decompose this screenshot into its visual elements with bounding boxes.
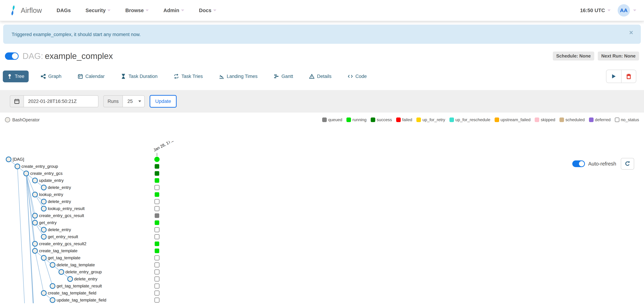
tab-label: Calendar: [86, 74, 105, 79]
operator-legend-item: BashOperator: [5, 117, 40, 122]
task-node-get_entry[interactable]: [32, 220, 38, 225]
tab-graph[interactable]: Graph: [36, 71, 66, 82]
tab-details[interactable]: Details: [305, 71, 336, 82]
task-node-[DAG][interactable]: [6, 157, 11, 162]
task-label-delete_entry: delete_entry: [48, 199, 71, 204]
landing-icon: [219, 74, 224, 79]
task-label-lookup_entry: lookup_entry: [39, 192, 63, 197]
calendar-icon: [14, 99, 20, 104]
task-status-no_status[interactable]: [155, 234, 159, 239]
task-status-running[interactable]: [155, 241, 159, 246]
tab-code[interactable]: Code: [344, 71, 371, 82]
tab-label: Task Duration: [128, 74, 158, 79]
status-legend-item-running: running: [346, 117, 366, 122]
nav-item-admin[interactable]: Admin: [164, 8, 184, 13]
task-node-lookup_entry[interactable]: [32, 192, 38, 197]
base-date-input[interactable]: [24, 95, 98, 107]
task-status-running[interactable]: [155, 248, 159, 253]
task-status-no_status[interactable]: [155, 206, 159, 211]
task-status-running[interactable]: [155, 220, 159, 225]
task-status-no_status[interactable]: [155, 284, 159, 288]
task-node-delete_entry_group[interactable]: [59, 269, 64, 274]
task-status-no_status[interactable]: [155, 298, 159, 302]
status-legend-label: no_status: [621, 117, 639, 122]
task-node-get_tag_template[interactable]: [41, 255, 46, 260]
task-node-create_tag_template[interactable]: [32, 248, 38, 253]
tree-pin-icon: [7, 74, 12, 79]
nav-item-label: Browse: [125, 8, 144, 13]
dag-run-status-running[interactable]: [154, 157, 160, 162]
task-node-delete_tag_template[interactable]: [50, 262, 55, 267]
nav-item-docs[interactable]: Docs: [199, 8, 216, 13]
navbar: Airflow DAGsSecurityBrowseAdminDocs 16:5…: [0, 0, 644, 21]
task-node-delete_entry[interactable]: [41, 185, 46, 190]
dag-actions: [606, 70, 636, 83]
status-swatch: [371, 118, 375, 122]
num-runs-select[interactable]: 25: [123, 95, 145, 107]
hourglass-icon: [121, 74, 126, 79]
tab-tree[interactable]: Tree: [3, 71, 29, 82]
dag-id: example_complex: [45, 51, 113, 61]
task-status-no_status[interactable]: [155, 291, 159, 295]
run-date-header: Jan 28, 17:50: [152, 141, 176, 152]
tab-gantt[interactable]: Gantt: [270, 71, 297, 82]
tab-calendar[interactable]: Calendar: [74, 71, 109, 82]
task-node-get_entry_result[interactable]: [41, 234, 46, 239]
tab-task-tries[interactable]: Task Tries: [170, 71, 207, 82]
task-status-no_status[interactable]: [155, 255, 159, 260]
tab-landing-times[interactable]: Landing Times: [215, 71, 262, 82]
update-button[interactable]: Update: [150, 95, 177, 108]
task-node-delete_entry[interactable]: [68, 276, 72, 281]
task-node-create_entry_group[interactable]: [15, 164, 20, 169]
task-node-update_entry[interactable]: [32, 178, 38, 183]
nav-item-browse[interactable]: Browse: [125, 8, 149, 13]
task-label-delete_entry: delete_entry: [48, 185, 71, 190]
task-node-update_tag_template_field[interactable]: [50, 298, 55, 302]
task-node-create_entry_gcs_result2[interactable]: [32, 241, 38, 246]
task-status-success[interactable]: [155, 171, 159, 176]
nav-item-security[interactable]: Security: [86, 8, 110, 13]
task-label-delete_entry: delete_entry: [74, 276, 97, 281]
dag-pause-toggle[interactable]: [5, 53, 19, 60]
num-runs-value: 25: [128, 99, 133, 104]
delete-dag-button[interactable]: [621, 70, 636, 83]
tree-link: [18, 166, 26, 303]
tab-label: Tree: [15, 74, 24, 79]
status-legend-item-no_status: no_status: [615, 117, 639, 122]
trigger-dag-button[interactable]: [606, 70, 621, 83]
page-title: DAG:example_complex: [22, 51, 113, 61]
date-picker-button[interactable]: [10, 95, 24, 107]
clock-dropdown[interactable]: 16:50 UTC: [580, 8, 610, 13]
task-status-no_status[interactable]: [155, 270, 159, 274]
auto-refresh-toggle[interactable]: [572, 160, 585, 167]
refresh-button[interactable]: [621, 158, 634, 170]
task-node-delete_entry[interactable]: [41, 227, 46, 232]
user-menu[interactable]: AA: [618, 4, 636, 17]
task-status-no_status[interactable]: [155, 263, 159, 267]
task-node-create_tag_template_field[interactable]: [41, 290, 46, 295]
view-tabs: TreeGraphCalendarTask DurationTask Tries…: [3, 71, 371, 82]
task-status-no_status[interactable]: [155, 199, 159, 204]
task-status-no_status[interactable]: [155, 185, 159, 190]
status-legend-label: failed: [402, 117, 412, 122]
task-node-create_entry_gcs_result[interactable]: [32, 213, 38, 218]
task-status-no_status[interactable]: [155, 227, 159, 232]
airflow-logo[interactable]: Airflow: [8, 5, 42, 16]
task-node-create_entry_gcs[interactable]: [24, 171, 29, 176]
task-status-success[interactable]: [155, 164, 159, 169]
task-label-update_entry: update_entry: [39, 178, 64, 183]
task-status-running[interactable]: [155, 192, 159, 197]
nav-item-dags[interactable]: DAGs: [56, 8, 71, 13]
task-status-no_status[interactable]: [155, 277, 159, 281]
task-node-get_tag_template_result[interactable]: [50, 283, 55, 288]
close-icon[interactable]: ×: [629, 29, 633, 36]
chevron-down-icon: [633, 10, 636, 11]
tab-task-duration[interactable]: Task Duration: [116, 71, 162, 82]
status-swatch: [346, 118, 351, 122]
task-status-running[interactable]: [155, 178, 159, 183]
task-node-delete_entry[interactable]: [41, 199, 46, 204]
task-status-queued[interactable]: [155, 213, 159, 218]
task-node-lookup_entry_result[interactable]: [41, 206, 46, 211]
task-label-[DAG]: [DAG]: [13, 157, 24, 162]
status-legend-label: up_for_retry: [422, 117, 445, 122]
